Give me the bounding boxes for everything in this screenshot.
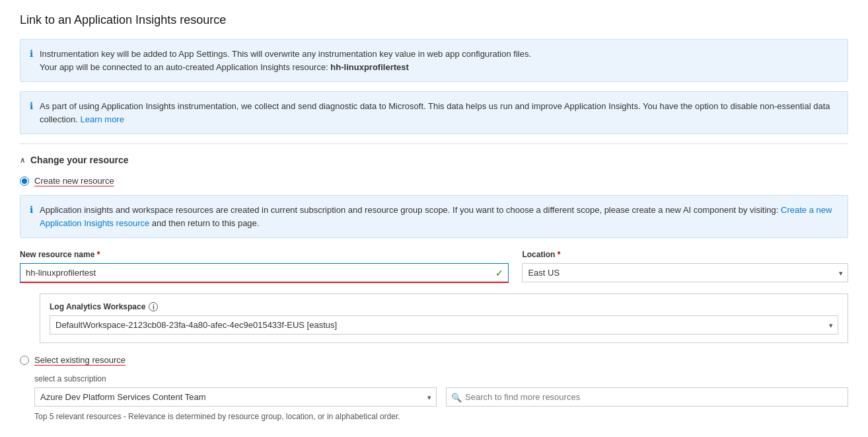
subscription-row: Azure Dev Platform Services Content Team… [34, 387, 848, 407]
new-resource-name-label: New resource name * [20, 250, 509, 259]
info-icon-3: ℹ [30, 204, 33, 215]
change-resource-section-header[interactable]: ∧ Change your resource [20, 155, 848, 165]
info-icon-1: ℹ [30, 48, 33, 59]
info-box-scope: ℹ Application insights and workspace res… [20, 195, 848, 238]
log-analytics-select-wrapper: DefaultWorkspace-2123cb08-23fa-4a80-afec… [50, 315, 838, 335]
info-text-3: Application insights and workspace resou… [40, 204, 838, 229]
create-new-radio-option[interactable]: Create new resource [20, 176, 848, 186]
select-existing-radio[interactable] [20, 356, 29, 365]
subscription-select-wrapper: Azure Dev Platform Services Content Team… [34, 387, 437, 407]
section-divider [20, 143, 848, 144]
location-select-wrapper: East US ▾ [522, 263, 848, 282]
location-select[interactable]: East US [522, 263, 848, 282]
new-resource-name-group: New resource name * ✓ [20, 250, 509, 283]
select-existing-label: Select existing resource [34, 355, 126, 365]
new-resource-name-input-wrapper: ✓ [20, 263, 509, 283]
info-text-2: As part of using Application Insights in… [40, 100, 838, 126]
info-text-1: Instrumentation key will be added to App… [40, 48, 531, 73]
page-title: Link to an Application Insights resource [20, 13, 848, 27]
location-label: Location * [522, 250, 848, 259]
info-box-diagnostic: ℹ As part of using Application Insights … [20, 91, 848, 134]
chevron-up-icon: ∧ [20, 156, 25, 165]
required-star-1: * [97, 250, 100, 259]
log-analytics-info-icon[interactable]: i [149, 302, 158, 311]
new-resource-name-input[interactable] [20, 263, 509, 283]
search-icon: 🔍 [451, 392, 462, 402]
search-resource-wrapper: 🔍 [446, 387, 848, 407]
relevance-note: Top 5 relevant resources - Relevance is … [34, 412, 848, 421]
select-existing-radio-option[interactable]: Select existing resource [20, 355, 848, 365]
select-existing-section: Select existing resource select a subscr… [20, 355, 848, 421]
log-analytics-box: Log Analytics Workspace i DefaultWorkspa… [40, 294, 848, 343]
info-box-instrumentation: ℹ Instrumentation key will be added to A… [20, 39, 848, 82]
subscription-label: select a subscription [34, 374, 848, 383]
log-analytics-select[interactable]: DefaultWorkspace-2123cb08-23fa-4a80-afec… [50, 315, 838, 335]
required-star-2: * [558, 250, 561, 259]
form-row-main: New resource name * ✓ Location * East US… [20, 250, 848, 283]
learn-more-link[interactable]: Learn more [80, 114, 124, 124]
search-resource-input[interactable] [446, 387, 848, 407]
section-title: Change your resource [30, 155, 129, 165]
log-analytics-label: Log Analytics Workspace i [50, 302, 838, 311]
check-icon: ✓ [495, 268, 503, 278]
location-group: Location * East US ▾ [522, 250, 848, 282]
info-icon-2: ℹ [30, 100, 33, 111]
subscription-select[interactable]: Azure Dev Platform Services Content Team [34, 387, 437, 407]
create-new-radio[interactable] [20, 177, 29, 186]
create-new-label: Create new resource [34, 176, 114, 186]
